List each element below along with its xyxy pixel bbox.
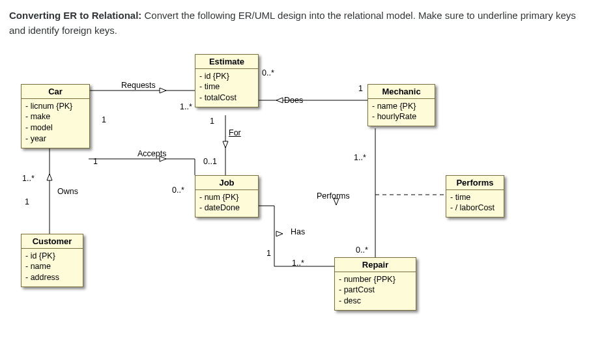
- attr: - desc: [339, 296, 412, 307]
- attr: - id {PK}: [199, 71, 254, 82]
- svg-marker-5: [223, 141, 228, 148]
- attr: - time: [199, 81, 254, 92]
- attr: - totalCost: [199, 92, 254, 104]
- mult-car-accepts: 1: [93, 157, 98, 166]
- mult-est-does: 0..*: [262, 68, 274, 77]
- assoc-class-performs: Performs - time - / laborCost: [446, 175, 504, 218]
- assoc-label-does: Does: [284, 96, 303, 105]
- entity-estimate-title: Estimate: [195, 55, 258, 69]
- entity-car: Car - licnum {PK} - make - model - year: [21, 84, 90, 149]
- entity-mechanic: Mechanic - name {PK} - hourlyRate: [367, 84, 435, 127]
- attr: - model: [25, 122, 85, 133]
- mult-job-for: 0..*: [172, 186, 184, 195]
- attr: - name {PK}: [372, 101, 431, 112]
- mult-mech-does: 1: [358, 84, 363, 93]
- mult-car-requests: 1..*: [180, 102, 192, 111]
- mult-job-accepts: 0..1: [203, 157, 217, 166]
- mult-car-owns: 1..*: [22, 174, 35, 183]
- assoc-performs-title: Performs: [446, 176, 504, 190]
- entity-mechanic-title: Mechanic: [368, 85, 435, 99]
- attr: - licnum {PK}: [25, 101, 85, 112]
- entity-repair-body: - number {PPK} - partCost - desc: [335, 272, 416, 311]
- entity-estimate-body: - id {PK} - time - totalCost: [195, 69, 258, 107]
- attr: - address: [25, 272, 79, 283]
- entity-job-title: Job: [195, 176, 258, 190]
- entity-customer-title: Customer: [22, 234, 83, 249]
- mult-repair-has: 1..*: [292, 259, 304, 268]
- attr: - num {PK}: [199, 192, 254, 203]
- assoc-performs-body: - time - / laborCost: [446, 190, 504, 217]
- attr: - id {PK}: [25, 251, 79, 262]
- assoc-label-has: Has: [291, 227, 305, 236]
- mult-cust-owns: 1: [25, 197, 29, 206]
- entity-job-body: - num {PK} - dateDone: [195, 190, 258, 217]
- entity-repair-title: Repair: [335, 258, 416, 272]
- uml-diagram: Car - licnum {PK} - make - model - year …: [10, 45, 506, 325]
- attr: - name: [25, 261, 79, 272]
- mult-repair-performs: 0..*: [356, 245, 368, 255]
- svg-marker-1: [160, 88, 166, 93]
- svg-marker-11: [276, 231, 283, 236]
- entity-mechanic-body: - name {PK} - hourlyRate: [368, 99, 435, 126]
- prompt-lead: Converting ER to Relational:: [9, 10, 141, 21]
- mult-job-has: 1: [266, 249, 271, 258]
- mult-mech-performs: 1..*: [354, 153, 366, 162]
- entity-job: Job - num {PK} - dateDone: [195, 175, 259, 218]
- attr: - number {PPK}: [339, 274, 412, 285]
- entity-car-body: - licnum {PK} - make - model - year: [22, 99, 89, 148]
- attr: - / laborCost: [450, 203, 500, 214]
- entity-customer-body: - id {PK} - name - address: [22, 249, 83, 287]
- assoc-label-performs: Performs: [317, 191, 350, 201]
- assoc-label-requests: Requests: [121, 81, 156, 90]
- mult-est-for: 1: [210, 117, 214, 126]
- attr: - year: [25, 133, 85, 145]
- assoc-label-for: For: [229, 128, 241, 137]
- entity-customer: Customer - id {PK} - name - address: [21, 234, 83, 288]
- svg-marker-3: [276, 98, 283, 103]
- assoc-label-accepts: Accepts: [137, 149, 166, 158]
- svg-marker-10: [47, 174, 52, 180]
- question-prompt: Converting ER to Relational: Convert the…: [9, 8, 580, 38]
- attr: - dateDone: [199, 203, 254, 214]
- entity-car-title: Car: [22, 85, 89, 99]
- attr: - hourlyRate: [372, 111, 431, 122]
- attr: - time: [450, 192, 500, 203]
- mult-est-requests: 1: [102, 115, 106, 124]
- assoc-label-owns: Owns: [57, 187, 78, 196]
- attr: - make: [25, 111, 85, 122]
- entity-estimate: Estimate - id {PK} - time - totalCost: [195, 54, 259, 108]
- entity-repair: Repair - number {PPK} - partCost - desc: [334, 257, 416, 311]
- attr: - partCost: [339, 285, 412, 296]
